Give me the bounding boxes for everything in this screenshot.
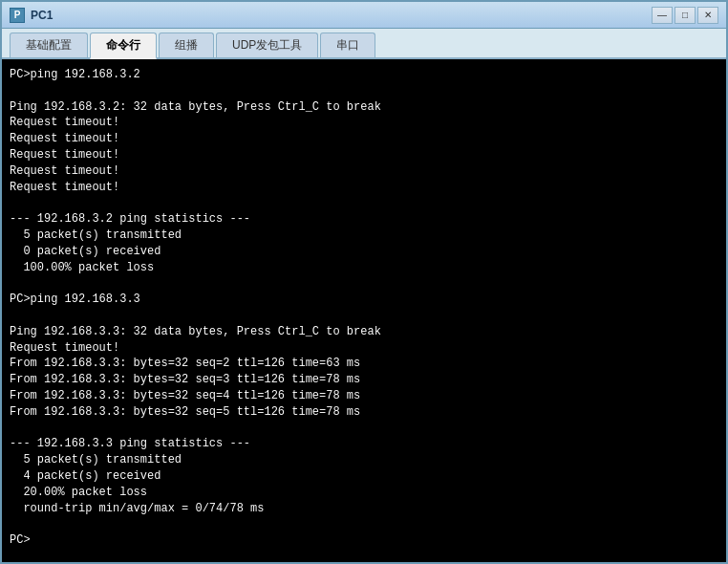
tab-udp[interactable]: UDP发包工具 <box>216 33 318 57</box>
terminal-output[interactable]: PC>ping 192.168.3.2 Ping 192.168.3.2: 32… <box>2 59 726 562</box>
title-bar: P PC1 — □ ✕ <box>2 2 726 29</box>
tab-basic[interactable]: 基础配置 <box>10 33 88 57</box>
window-icon: P <box>10 8 25 23</box>
tab-serial[interactable]: 串口 <box>320 33 375 57</box>
window-title: PC1 <box>31 9 652 22</box>
tab-command[interactable]: 命令行 <box>90 33 157 59</box>
main-window: P PC1 — □ ✕ 基础配置 命令行 组播 UDP发包工具 串口 PC>pi… <box>0 0 728 564</box>
minimize-button[interactable]: — <box>652 7 673 24</box>
title-bar-buttons: — □ ✕ <box>652 7 718 24</box>
tab-multicast[interactable]: 组播 <box>159 33 214 57</box>
close-button[interactable]: ✕ <box>697 7 718 24</box>
tab-bar: 基础配置 命令行 组播 UDP发包工具 串口 <box>2 29 726 59</box>
maximize-button[interactable]: □ <box>674 7 696 24</box>
content-area: PC>ping 192.168.3.2 Ping 192.168.3.2: 32… <box>2 59 726 562</box>
